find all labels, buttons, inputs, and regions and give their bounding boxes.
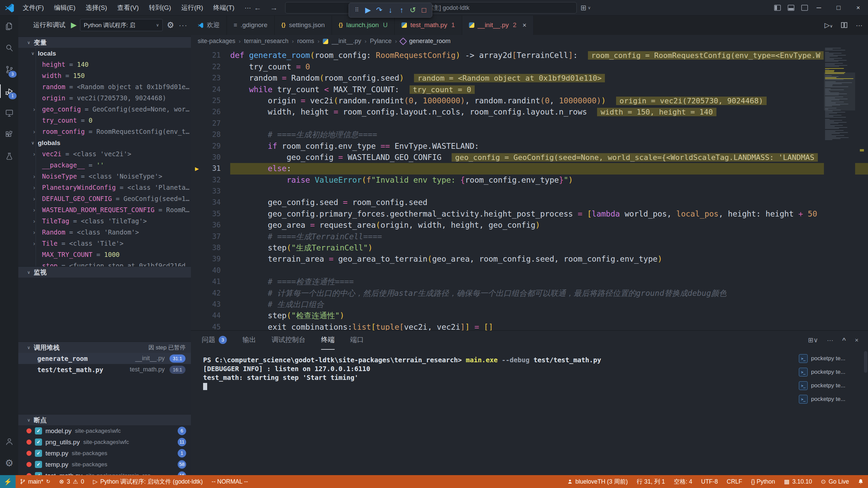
minimize-button[interactable]: ─ [809, 0, 829, 15]
toggle-sidebar-icon[interactable] [774, 4, 781, 12]
start-debug-icon[interactable]: ▶ [71, 21, 77, 29]
status-debugger[interactable]: ▷Python 调试程序: 启动文件 (godot-ldtk) [88, 475, 207, 488]
status-indentation[interactable]: 空格: 4 [669, 475, 696, 488]
breadcrumb-item[interactable]: rooms [297, 38, 314, 45]
new-terminal-icon[interactable]: ⊞∨ [808, 336, 818, 344]
breadcrumb-item[interactable]: site-packages [198, 38, 235, 45]
code-line[interactable]: 41 # ====检查连通性==== [191, 276, 868, 287]
run-python-file-button[interactable]: ▷∨ [825, 21, 833, 29]
minimap[interactable] [824, 47, 855, 330]
maximize-icon[interactable]: ^ [842, 337, 846, 344]
checkbox-checked-icon[interactable]: ✓ [35, 472, 42, 475]
minimap-slider[interactable] [824, 73, 855, 110]
code-line[interactable]: 34 geo_config.seed = room_config.seed [191, 197, 868, 208]
variable-row[interactable]: origin = vec2i(7205730, 9024468) [18, 93, 191, 104]
code-line[interactable]: 38 step("生成TerrainCell") [191, 242, 868, 253]
code-line[interactable]: 45 exit_combinations:list[tuple[vec2i, v… [191, 322, 868, 330]
close-icon[interactable]: × [522, 21, 527, 29]
code-line[interactable]: 32 raise ValueError(f"Invalid env type: … [191, 175, 868, 186]
status-go-live[interactable]: ⊙Go Live [816, 475, 853, 488]
breakpoint-row[interactable]: ✓model.pysite-packages\wfc6 [18, 425, 191, 436]
activity-item-run-debug[interactable]: 1 [0, 80, 18, 102]
variable-row[interactable]: random = <Random object at 0x1bf9d01e… [18, 81, 191, 93]
panel-tab[interactable]: 调试控制台 [272, 330, 305, 350]
stack-frame[interactable]: test/test_math.pytest_math.py16:1 [18, 364, 191, 375]
more-icon[interactable]: ··· [827, 337, 833, 344]
variable-row[interactable]: ›NoiseType = <class 'NoiseType'> [18, 171, 191, 182]
menu-item[interactable]: 编辑(E) [49, 0, 80, 15]
panel-tab[interactable]: 端口 [350, 330, 364, 350]
menu-item[interactable]: 终端(T) [208, 0, 239, 15]
debug-config-select[interactable]: Python 调试程序: 启 ∨ [80, 19, 163, 31]
code-line[interactable]: 39 terrain_area = geo_area_to_terrain(ge… [191, 253, 868, 265]
stack-frame[interactable]: generate_room__init__.py31:1 [18, 353, 191, 364]
editor-tab[interactable]: 欢迎 [191, 15, 227, 35]
code-line[interactable]: 26 width, height = room_config.layout.n_… [191, 106, 868, 118]
gear-icon[interactable]: ⚙ [167, 20, 174, 30]
nav-forward-icon[interactable]: → [267, 0, 281, 15]
code-line[interactable]: 31▶ else: [191, 163, 868, 174]
menu-item[interactable]: 查看(V) [112, 0, 144, 15]
status-language[interactable]: {} Python [747, 475, 780, 488]
breakpoint-row[interactable]: ✓temp.pysite-packages1 [18, 448, 191, 459]
status-py-version[interactable]: ▦3.10.10 [780, 475, 816, 488]
code-line[interactable]: 35 geo_config.primary_forces.geothermal_… [191, 208, 868, 220]
variable-group-locals[interactable]: ∨locals [18, 48, 191, 59]
variable-row[interactable]: ›PlanetaryWindConfig = <class 'Planeta… [18, 182, 191, 193]
status-cursor-position[interactable]: 行 31, 列 1 [632, 475, 670, 488]
activity-item-explorer[interactable] [0, 15, 18, 37]
checkbox-checked-icon[interactable]: ✓ [35, 450, 42, 457]
variable-row[interactable]: ›room_config = RoomRequestConfig(env_t… [18, 126, 191, 137]
terminal-list-item[interactable]: >_pocketpy te... [799, 352, 860, 365]
terminal-list-item[interactable]: >_pocketpy te... [799, 379, 860, 392]
breadcrumb-item[interactable]: Pylance [370, 38, 392, 45]
activity-item-extensions[interactable] [0, 124, 18, 145]
panel-tab[interactable]: 终端 [321, 330, 335, 350]
status-vim-mode[interactable]: -- NORMAL -- [207, 475, 252, 488]
code-line[interactable]: 25 origin = vec2i(random.randint(0, 1000… [191, 95, 868, 106]
breakpoint-row[interactable]: ✓temp.pysite-packages58 [18, 459, 191, 470]
variable-row[interactable]: stop = <function stop at 0x1bf9cd216d [18, 260, 191, 266]
activity-item-accounts[interactable] [0, 430, 18, 452]
close-icon[interactable]: × [855, 337, 859, 344]
variable-row[interactable]: ›WASTELAND_ROOM_REQUEST_CONFIG = RoomR… [18, 204, 191, 216]
variable-row[interactable]: ›Random = <class 'Random'> [18, 227, 191, 238]
toggle-panel-icon[interactable] [787, 4, 795, 12]
activity-item-source-control[interactable]: 3 [0, 59, 18, 80]
breadcrumb-item[interactable]: terrain_research [244, 38, 289, 45]
editor-tab[interactable]: {}settings.json [275, 15, 332, 35]
variable-row[interactable]: ›DEFAULT_GEO_CONFIG = GeoConfig(seed=1… [18, 193, 191, 204]
split-editor-icon[interactable] [841, 22, 848, 28]
code-line[interactable]: 28 # ====生成初始地理信息==== [191, 129, 868, 140]
code-line[interactable]: 29 if room_config.env_type == EnvType.WA… [191, 141, 868, 152]
breadcrumb-item[interactable]: __init__.py [332, 38, 361, 45]
breakpoints-header[interactable]: ∨ 断点 [18, 414, 191, 426]
editor-tab[interactable]: __init__.py2× [462, 15, 534, 35]
code-editor[interactable]: 2021def generate_room(room_config: RoomR… [191, 47, 868, 330]
more-actions-icon[interactable]: ··· [856, 21, 863, 29]
checkbox-checked-icon[interactable]: ✓ [35, 461, 42, 468]
terminal-list-item[interactable]: >_pocketpy te... [799, 392, 860, 406]
status-author[interactable]: blueloveTH (3 周前) [563, 475, 632, 488]
nav-back-icon[interactable]: ← [251, 0, 264, 15]
activity-item-testing[interactable] [0, 145, 18, 167]
variable-row[interactable]: ›vec2i = <class 'vec2i'> [18, 148, 191, 160]
terminal-output[interactable]: PS C:\computer_science\godot-ldtk\site-p… [203, 356, 790, 472]
code-line[interactable]: 22 try_count = 0 [191, 61, 868, 73]
step-over-button[interactable]: ↷ [374, 3, 385, 17]
editor-tab[interactable]: {}launch.jsonU [332, 15, 395, 35]
code-line[interactable]: 23 random = Random(room_config.seed)rand… [191, 73, 868, 84]
stop-button[interactable]: □ [418, 3, 430, 17]
checkbox-checked-icon[interactable]: ✓ [35, 439, 42, 446]
variable-row[interactable]: ›TileTag = <class 'TileTag'> [18, 216, 191, 227]
breadcrumb-item[interactable]: generate_room [409, 38, 451, 45]
code-line[interactable]: 43 # 生成出口组合 [191, 299, 868, 310]
variable-row[interactable]: ›geo_config = GeoConfig(seed=None, wor… [18, 104, 191, 115]
panel-tab[interactable]: 问题3 [202, 330, 227, 350]
breakpoint-row[interactable]: ✓test_math.pysite-packages\terrain_res..… [18, 470, 191, 475]
status-eol[interactable]: CRLF [722, 475, 747, 488]
code-line[interactable]: 36 geo_area = request_area(origin, width… [191, 220, 868, 231]
menu-item[interactable]: 转到(G) [144, 0, 176, 15]
variable-row[interactable]: MAX_TRY_COUNT = 1000 [18, 249, 191, 260]
variable-row[interactable]: try_count = 0 [18, 115, 191, 126]
